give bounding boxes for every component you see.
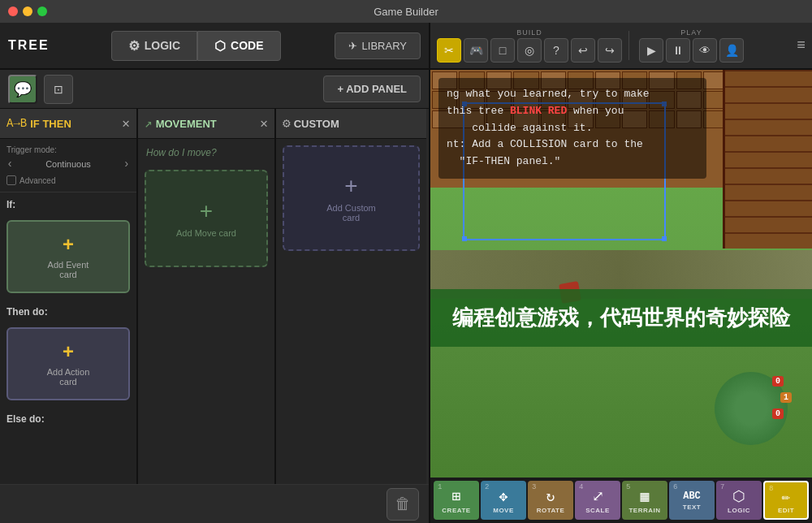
menu-icon[interactable]: ≡ [797, 37, 806, 54]
corner-handle [462, 236, 467, 241]
trash-button[interactable]: 🗑 [387, 488, 419, 521]
add-action-card[interactable]: + Add Actioncard [6, 327, 130, 400]
custom-card-label: Add Customcard [326, 203, 376, 223]
left-panel: TREE ⚙ LOGIC ⬡ CODE ✈ LIBRARY 💬 [0, 23, 430, 523]
add-event-card[interactable]: + Add Eventcard [6, 220, 130, 293]
close-button[interactable] [8, 6, 18, 16]
play-label: PLAY [680, 28, 702, 37]
text-tool-button[interactable]: 6 ABC TEXT [669, 481, 715, 520]
movement-close[interactable]: ✕ [260, 115, 268, 132]
redo-icon: ↪ [605, 44, 615, 57]
action-card-label: Add Actioncard [47, 367, 90, 387]
gamepad-button[interactable]: 🎮 [464, 38, 488, 63]
scale-tool-button[interactable]: 4 ⤢ SCALE [575, 481, 620, 520]
tab-code[interactable]: ⬡ CODE [197, 31, 280, 61]
frame-icon: ⊡ [54, 83, 63, 96]
chat-icon: 💬 [14, 80, 32, 98]
scene-3d: 0 1 0 [430, 70, 812, 478]
minimize-button[interactable] [23, 6, 32, 16]
logic-tab-label: LOGIC [145, 39, 180, 52]
badge-number: 0 [772, 376, 784, 387]
create-tool-button[interactable]: 1 ⊞ CREATE [434, 481, 479, 520]
game-text-5: "IF-THEN panel." [447, 153, 698, 171]
custom-panel: ⚙ CUSTOM + Add Customcard [276, 109, 426, 484]
prev-arrow[interactable]: ‹ [6, 158, 13, 171]
play-button[interactable]: ▶ [639, 38, 663, 63]
rotate-icon: ↻ [546, 487, 555, 505]
badge-number: 1 [780, 392, 792, 403]
scissors-icon: ✂ [444, 44, 454, 57]
maximize-button[interactable] [37, 6, 47, 16]
edit-label: EDIT [778, 507, 794, 514]
game-text-3: collide against it. [447, 120, 698, 137]
movement-header: ↗ MOVEMENT ✕ [138, 109, 274, 139]
highlight-text: BLINK RED [510, 105, 567, 117]
text-label: TEXT [683, 504, 701, 511]
advanced-check[interactable]: Advanced [6, 175, 130, 185]
if-then-icon: A→B [6, 117, 27, 130]
advanced-label: Advanced [19, 176, 55, 185]
logic-icon: ⚙ [128, 38, 140, 54]
chinese-banner: 编程创意游戏，代码世界的奇妙探险 [430, 289, 812, 347]
toolbar-divider [628, 31, 629, 60]
redo-button[interactable]: ↪ [598, 38, 622, 63]
scale-label: SCALE [585, 507, 610, 514]
rotate-num: 3 [532, 483, 536, 491]
rotate-tool-button[interactable]: 3 ↻ ROTATE [528, 481, 573, 520]
play-buttons: ▶ ⏸ 👁 👤 [639, 38, 744, 63]
create-label: CREATE [442, 507, 470, 514]
trigger-section: Trigger mode: ‹ Continuous › Advanced [0, 139, 136, 192]
if-then-panel: A→B IF THEN ✕ Trigger mode: ‹ Continuous… [0, 109, 138, 484]
custom-header: ⚙ CUSTOM [276, 109, 426, 139]
target-button[interactable]: ◎ [517, 38, 542, 63]
square-button[interactable]: □ [490, 38, 515, 63]
build-toolbar: BUILD ✂ 🎮 □ ◎ ? [430, 23, 812, 70]
terrain-tool-button[interactable]: 5 ▦ TERRAIN [622, 481, 667, 520]
title-bar: Game Builder [0, 0, 812, 23]
ground: 0 1 0 [430, 250, 812, 478]
if-label: If: [0, 192, 136, 214]
trigger-nav: ‹ Continuous › [6, 158, 130, 171]
help-button[interactable]: ? [544, 38, 568, 63]
then-label: Then do: [0, 300, 136, 321]
top-toolbar: TREE ⚙ LOGIC ⬡ CODE ✈ LIBRARY [0, 23, 429, 70]
library-label: LIBRARY [362, 40, 407, 52]
game-viewport: 0 1 0 [430, 70, 812, 478]
if-then-title: IF THEN [30, 118, 119, 130]
add-move-card[interactable]: + Add Move card [145, 170, 268, 267]
scale-icon: ⤢ [592, 487, 604, 505]
game-text-4: nt: Add a COLLISION card to the [447, 136, 698, 153]
logic-tool-icon: ⬡ [732, 487, 745, 505]
move-icon: ✥ [499, 487, 508, 505]
checkbox[interactable] [6, 175, 16, 185]
undo-button[interactable]: ↩ [571, 38, 595, 63]
scissors-tool-button[interactable]: ✂ [437, 38, 461, 63]
eye-button[interactable]: 👁 [693, 38, 717, 63]
logic-tool-button[interactable]: 7 ⬡ LOGIC [716, 481, 762, 520]
edit-tool-button[interactable]: 8 ✏ EDIT [763, 481, 809, 520]
move-label: MOVE [493, 507, 514, 514]
code-icon: ⬡ [214, 38, 226, 54]
library-button[interactable]: ✈ LIBRARY [335, 32, 421, 59]
pause-button[interactable]: ⏸ [666, 38, 690, 63]
tab-logic[interactable]: ⚙ LOGIC [111, 31, 197, 61]
gamepad-icon: 🎮 [469, 44, 483, 57]
scale-num: 4 [579, 483, 583, 491]
terrain-icon: ▦ [641, 487, 650, 505]
user-button[interactable]: 👤 [719, 38, 744, 63]
app-title: Game Builder [374, 6, 438, 18]
if-then-close[interactable]: ✕ [122, 115, 130, 132]
add-custom-card[interactable]: + Add Customcard [283, 145, 420, 251]
chat-icon-button[interactable]: 💬 [8, 75, 37, 104]
build-label: BUILD [516, 28, 542, 37]
add-panel-button[interactable]: + ADD PANEL [323, 76, 421, 102]
edit-num: 8 [769, 485, 773, 493]
move-tool-button[interactable]: 2 ✥ MOVE [481, 481, 526, 520]
window-controls[interactable] [8, 6, 47, 16]
edit-icon: ✏ [782, 487, 791, 505]
frame-icon-button[interactable]: ⊡ [44, 75, 73, 104]
chinese-text: 编程创意游戏，代码世界的奇妙探险 [447, 304, 796, 332]
panel-toolbar: 💬 ⊡ + ADD PANEL [0, 70, 429, 109]
next-arrow[interactable]: › [123, 158, 130, 171]
logic-num: 7 [720, 483, 724, 491]
